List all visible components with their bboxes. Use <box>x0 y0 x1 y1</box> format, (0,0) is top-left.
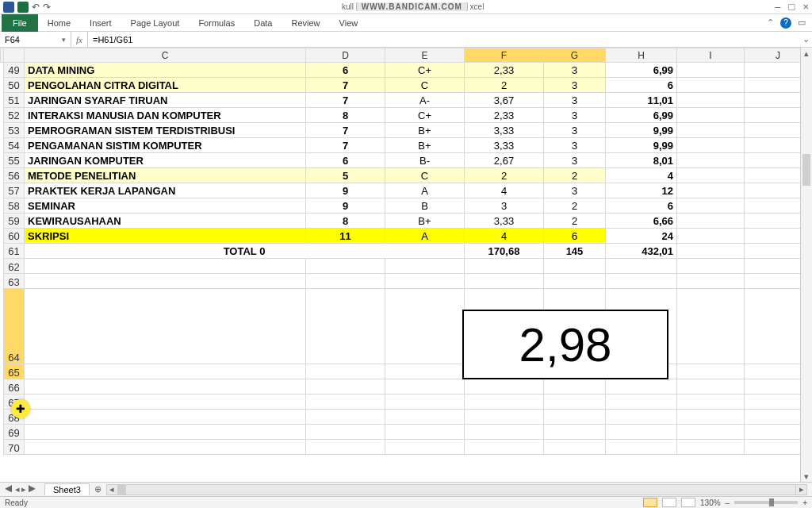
cell-product[interactable]: 4 <box>606 168 677 183</box>
cell-sks[interactable]: 5 <box>306 168 385 183</box>
row-header[interactable]: 69 <box>4 425 25 440</box>
cell-grade[interactable]: B+ <box>385 138 465 153</box>
spreadsheet-grid[interactable]: CDEFGHIJ 49DATA MINING6C+2,3336,9950PENG… <box>0 48 812 488</box>
cell-point[interactable]: 4 <box>465 229 544 244</box>
cell-product[interactable]: 24 <box>606 229 677 244</box>
cell-sks[interactable]: 9 <box>306 198 385 214</box>
cell-sks[interactable]: 8 <box>306 108 385 123</box>
cell-point[interactable]: 3,33 <box>465 214 544 229</box>
name-box[interactable]: F64 ▾ <box>0 32 71 47</box>
cell-empty[interactable] <box>677 259 745 274</box>
cell-sks[interactable]: 9 <box>306 183 385 198</box>
cell-credit[interactable]: 3 <box>544 153 606 168</box>
cell-empty[interactable] <box>677 138 745 153</box>
vertical-scrollbar[interactable]: ▴ ▾ <box>800 48 812 482</box>
row-header[interactable]: 55 <box>4 153 25 168</box>
hscroll-right-icon[interactable]: ▸ <box>795 485 806 495</box>
cell-product[interactable]: 9,99 <box>606 138 677 153</box>
cell-course[interactable]: INTERAKSI MANUSIA DAN KOMPUTER <box>25 108 306 123</box>
vscroll-thumb[interactable] <box>802 154 810 186</box>
cell-product[interactable]: 6 <box>606 78 677 93</box>
zoom-level[interactable]: 130% <box>700 498 721 507</box>
file-tab[interactable]: File <box>2 14 38 32</box>
cell-course[interactable]: PEMROGRAMAN SISTEM TERDISTRIBUSI <box>25 123 306 138</box>
row-header[interactable]: 51 <box>4 93 25 108</box>
cell-grade[interactable]: B <box>385 198 465 214</box>
cell-empty[interactable] <box>465 274 544 289</box>
redo-icon[interactable]: ↷ <box>43 2 51 13</box>
cell-empty[interactable] <box>25 289 306 364</box>
cell-empty[interactable] <box>306 274 385 289</box>
cell-empty[interactable] <box>544 274 606 289</box>
column-header-E[interactable]: E <box>385 48 465 63</box>
row-header[interactable]: 52 <box>4 108 25 123</box>
sheet-table[interactable]: CDEFGHIJ 49DATA MINING6C+2,3336,9950PENG… <box>0 48 812 455</box>
cell-empty[interactable] <box>465 425 544 440</box>
ribbon-tab-page-layout[interactable]: Page Layout <box>121 15 190 31</box>
cell-course[interactable]: PRAKTEK KERJA LAPANGAN <box>25 183 306 198</box>
cell-empty[interactable] <box>25 379 306 394</box>
cell-credit[interactable]: 2 <box>544 168 606 183</box>
sheet-nav-next-icon[interactable]: ▸ <box>21 484 26 495</box>
cell-empty[interactable] <box>606 259 677 274</box>
cell-empty[interactable] <box>606 379 677 394</box>
cell-empty[interactable] <box>306 440 385 455</box>
ribbon-tab-view[interactable]: View <box>330 15 368 31</box>
cell-credit[interactable]: 3 <box>544 63 606 78</box>
cell-grade[interactable]: C+ <box>385 63 465 78</box>
cell-empty[interactable] <box>544 379 606 394</box>
row-header[interactable]: 56 <box>4 168 25 183</box>
cell-empty[interactable] <box>606 440 677 455</box>
minimize-button[interactable]: – <box>775 1 780 13</box>
cell-grade[interactable]: B- <box>385 153 465 168</box>
cell-point[interactable]: 3 <box>465 198 544 214</box>
cell-point[interactable]: 3,33 <box>465 123 544 138</box>
ribbon-tab-insert[interactable]: Insert <box>80 15 121 31</box>
sheet-nav-first-icon[interactable]: ⯇ <box>5 484 13 495</box>
cell-empty[interactable] <box>677 214 745 229</box>
column-header-H[interactable]: H <box>606 48 677 63</box>
cell-empty[interactable] <box>677 229 745 244</box>
cell-point[interactable]: 2 <box>465 168 544 183</box>
cell-empty[interactable] <box>25 364 306 379</box>
cell-empty[interactable] <box>544 259 606 274</box>
cell-product[interactable]: 12 <box>606 183 677 198</box>
column-header-F[interactable]: F <box>465 48 544 63</box>
row-header[interactable]: 63 <box>4 274 25 289</box>
cell-product[interactable]: 6 <box>606 198 677 214</box>
cell-course[interactable]: KEWIRAUSAHAAN <box>25 214 306 229</box>
view-page-break-button[interactable] <box>681 498 695 507</box>
cell-product[interactable]: 11,01 <box>606 93 677 108</box>
cell-empty[interactable] <box>677 244 745 259</box>
cell-empty[interactable] <box>385 364 465 379</box>
row-header[interactable]: 59 <box>4 214 25 229</box>
cell-course[interactable]: DATA MINING <box>25 63 306 78</box>
cell-product[interactable]: 8,01 <box>606 153 677 168</box>
cell-empty[interactable] <box>544 410 606 425</box>
row-header[interactable]: 53 <box>4 123 25 138</box>
row-header[interactable]: 61 <box>4 244 25 259</box>
cell-empty[interactable] <box>385 425 465 440</box>
cell-empty[interactable] <box>306 364 385 379</box>
row-header[interactable]: 49 <box>4 63 25 78</box>
help-icon[interactable]: ? <box>780 17 791 29</box>
cell-empty[interactable] <box>465 440 544 455</box>
cell-empty[interactable] <box>677 440 745 455</box>
cell-empty[interactable] <box>677 425 745 440</box>
vscroll-track[interactable] <box>801 59 812 471</box>
totals-g[interactable]: 145 <box>544 244 606 259</box>
cell-empty[interactable] <box>385 379 465 394</box>
cell-empty[interactable] <box>606 274 677 289</box>
cell-point[interactable]: 2,67 <box>465 153 544 168</box>
cell-empty[interactable] <box>385 410 465 425</box>
formula-input[interactable]: =H61/G61 <box>88 32 799 47</box>
cell-sks[interactable]: 7 <box>306 138 385 153</box>
cell-course[interactable]: JARINGAN SYARAF TIRUAN <box>25 93 306 108</box>
row-header[interactable]: 57 <box>4 183 25 198</box>
view-normal-button[interactable] <box>643 498 657 507</box>
cell-product[interactable]: 6,99 <box>606 108 677 123</box>
totals-f[interactable]: 170,68 <box>465 244 544 259</box>
cell-empty[interactable] <box>25 259 306 274</box>
ribbon-tab-home[interactable]: Home <box>38 15 80 31</box>
cell-sks[interactable]: 11 <box>306 229 385 244</box>
